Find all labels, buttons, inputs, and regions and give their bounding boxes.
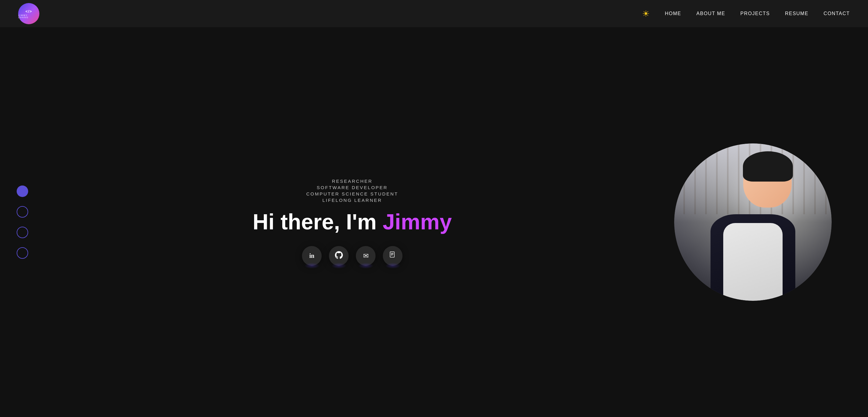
role-student: COMPUTER SCIENCE STUDENT <box>306 191 398 197</box>
email-icon: ✉ <box>363 252 369 260</box>
email-button[interactable]: ✉ <box>356 246 376 266</box>
resume-doc-button[interactable] <box>383 246 403 266</box>
theme-toggle-button[interactable]: ☀ <box>642 9 650 19</box>
nav-link-contact[interactable]: CONTACT <box>824 11 850 16</box>
nav-link-home[interactable]: HOME <box>665 11 681 16</box>
nav-links: HOME ABOUT ME PROJECTS RESUME CONTACT <box>665 11 850 16</box>
greeting-white: Hi there, I'm <box>253 210 382 234</box>
role-developer: SOFTWARE DEVELOPER <box>317 185 388 190</box>
document-icon <box>390 251 396 260</box>
github-icon <box>335 251 343 261</box>
roles-list: RESEARCHER SOFTWARE DEVELOPER COMPUTER S… <box>306 178 398 203</box>
nav-item-projects[interactable]: PROJECTS <box>741 11 770 16</box>
social-icons-row: in ✉ <box>302 246 403 266</box>
svg-rect-0 <box>390 252 394 257</box>
hero-title: Hi there, I'm Jimmy <box>253 210 452 234</box>
person-hair <box>743 151 793 181</box>
hoodie <box>723 223 783 301</box>
side-navigation-dots <box>17 185 28 259</box>
nav-link-resume[interactable]: RESUME <box>785 11 808 16</box>
dot-1[interactable] <box>17 185 28 197</box>
role-learner: LIFELONG LEARNER <box>322 198 382 203</box>
logo[interactable]: </> JIMMY ZHANG <box>18 3 39 24</box>
profile-image <box>674 143 832 301</box>
profile-photo-placeholder <box>674 143 832 301</box>
nav-item-resume[interactable]: RESUME <box>785 11 808 16</box>
nav-link-about[interactable]: ABOUT ME <box>696 11 725 16</box>
logo-name: JIMMY ZHANG <box>18 14 39 19</box>
hero-section: RESEARCHER SOFTWARE DEVELOPER COMPUTER S… <box>0 27 868 417</box>
person-body <box>711 214 795 301</box>
nav-link-projects[interactable]: PROJECTS <box>741 11 770 16</box>
hero-content: RESEARCHER SOFTWARE DEVELOPER COMPUTER S… <box>49 178 656 266</box>
navbar: </> JIMMY ZHANG ☀ HOME ABOUT ME PROJECTS… <box>0 0 868 27</box>
dot-3[interactable] <box>17 227 28 238</box>
linkedin-icon: in <box>309 252 314 259</box>
nav-right: ☀ HOME ABOUT ME PROJECTS RESUME CONTACT <box>642 9 850 19</box>
linkedin-button[interactable]: in <box>302 246 322 266</box>
role-researcher: RESEARCHER <box>332 178 373 184</box>
nav-item-about[interactable]: ABOUT ME <box>696 11 725 16</box>
github-button[interactable] <box>329 246 349 266</box>
greeting-name: Jimmy <box>383 210 452 234</box>
dot-4[interactable] <box>17 247 28 259</box>
nav-item-home[interactable]: HOME <box>665 11 681 16</box>
logo-code-symbol: </> <box>26 9 32 13</box>
dot-2[interactable] <box>17 206 28 217</box>
nav-item-contact[interactable]: CONTACT <box>824 11 850 16</box>
